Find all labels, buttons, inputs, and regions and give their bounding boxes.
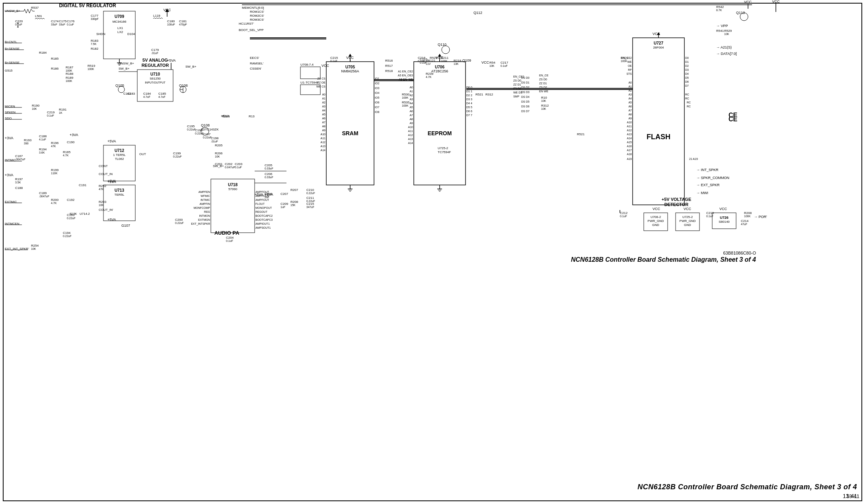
svg-text:R200: R200 bbox=[51, 198, 59, 202]
svg-text:R537: R537 bbox=[31, 6, 39, 10]
svg-text:REG: REG bbox=[204, 210, 210, 213]
svg-text:0.22uF: 0.22uF bbox=[306, 192, 315, 195]
svg-text:B+SENSE: B+SENSE bbox=[5, 61, 19, 64]
svg-text:+5VA: +5VA bbox=[107, 218, 116, 222]
schematic-area: DIGITAL 5V REGULATOR U709 MC34166 VCC R5… bbox=[0, 0, 865, 504]
svg-text:INPUT/OUTPUT: INPUT/OUTPUT bbox=[145, 81, 166, 84]
svg-text:D1 1: D1 1 bbox=[466, 90, 472, 93]
ce-label: CE bbox=[729, 112, 737, 119]
svg-text:.0047uF: .0047uF bbox=[39, 195, 49, 198]
svg-text:R207: R207 bbox=[290, 188, 298, 192]
svg-text:R518: R518 bbox=[385, 69, 393, 73]
svg-text:R208: R208 bbox=[290, 200, 298, 204]
svg-text:10K: 10K bbox=[99, 204, 104, 206]
svg-text:C174: C174 bbox=[51, 19, 59, 23]
svg-text:0.22uF: 0.22uF bbox=[63, 235, 72, 237]
svg-text:SPKEN: SPKEN bbox=[5, 111, 16, 114]
svg-text:IO5: IO5 bbox=[375, 96, 379, 99]
svg-text:DS D7: DS D7 bbox=[521, 110, 530, 113]
svg-text:DS D6: DS D6 bbox=[521, 105, 530, 108]
svg-text:SDO: SDO bbox=[5, 117, 12, 120]
schematic-svg: DIGITAL 5V REGULATOR U709 MC34166 VCC R5… bbox=[0, 0, 865, 504]
svg-text:A1: A1 bbox=[322, 97, 325, 100]
svg-text:C215: C215 bbox=[306, 202, 314, 206]
svg-text:COUT_IN': COUT_IN' bbox=[99, 208, 113, 212]
svg-text:C210: C210 bbox=[306, 188, 314, 192]
svg-text:R517: R517 bbox=[385, 64, 393, 68]
svg-text:B+SENSE: B+SENSE bbox=[5, 47, 19, 51]
svg-text:EEPROM: EEPROM bbox=[428, 130, 452, 136]
svg-text:R184: R184 bbox=[39, 51, 47, 54]
svg-text:3.5K: 3.5K bbox=[15, 181, 21, 184]
svg-text:EXTMIC: EXTMIC bbox=[5, 200, 17, 204]
svg-text:110K: 110K bbox=[51, 172, 58, 175]
svg-text:Q109: Q109 bbox=[462, 58, 471, 62]
svg-text:100K: 100K bbox=[621, 60, 627, 62]
svg-text:D0: D0 bbox=[685, 56, 689, 59]
svg-text:R252: R252 bbox=[99, 184, 107, 188]
svg-text:R205: R205 bbox=[215, 144, 223, 147]
svg-text:4.7uF: 4.7uF bbox=[158, 95, 166, 98]
svg-text:470pF: 470pF bbox=[179, 23, 187, 26]
svg-text:AMPFOUT: AMPFOUT bbox=[255, 198, 269, 201]
svg-text:0.1uF: 0.1uF bbox=[235, 166, 242, 169]
svg-text:U726: U726 bbox=[720, 216, 729, 220]
svg-text:R191: R191 bbox=[59, 108, 67, 111]
svg-text:C180: C180 bbox=[167, 19, 175, 23]
svg-text:A7: A7 bbox=[409, 114, 413, 117]
svg-text:RC: RC bbox=[685, 93, 689, 96]
svg-text:A1: A1 bbox=[409, 90, 413, 93]
svg-text:A17: A17 bbox=[627, 149, 632, 152]
svg-text:MICEN: MICEN bbox=[5, 105, 15, 108]
svg-text:EXT_INTSPKR: EXT_INTSPKR bbox=[191, 222, 210, 226]
svg-text:INTMIC: INTMIC bbox=[5, 158, 16, 162]
svg-text:→ SPKR_COMMON: → SPKR_COMMON bbox=[696, 176, 729, 180]
svg-text:0.1uF: 0.1uF bbox=[501, 64, 508, 67]
svg-text:EN WE: EN WE bbox=[539, 90, 548, 93]
svg-text:13K: 13K bbox=[454, 62, 459, 65]
svg-text:IO2: IO2 bbox=[375, 82, 379, 85]
svg-text:CSSEN': CSSEN' bbox=[250, 67, 262, 70]
svg-text:C181: C181 bbox=[179, 19, 187, 23]
svg-text:100K: 100K bbox=[441, 60, 448, 62]
svg-text:C175: C175 bbox=[59, 19, 67, 23]
svg-text:A0: A0 bbox=[322, 93, 325, 96]
svg-text:47K: 47K bbox=[51, 145, 56, 148]
svg-text:ZS D2: ZS D2 bbox=[539, 86, 547, 89]
svg-text:GND: GND bbox=[684, 223, 691, 227]
svg-text:OE: OE bbox=[628, 64, 632, 67]
svg-text:R188: R188 bbox=[66, 72, 74, 76]
svg-text:D7: D7 bbox=[685, 84, 689, 87]
svg-text:→ POR': → POR' bbox=[754, 215, 767, 219]
svg-text:R193: R193 bbox=[24, 138, 32, 142]
svg-text:ROM2CS': ROM2CS' bbox=[250, 14, 264, 18]
svg-text:VCC: VCC bbox=[744, 0, 752, 4]
svg-text:DS D0: DS D0 bbox=[521, 76, 530, 79]
svg-text:A6: A6 bbox=[628, 105, 632, 108]
svg-text:21 A19: 21 A19 bbox=[689, 158, 698, 160]
svg-text:A0: A0 bbox=[409, 86, 413, 89]
svg-text:A11: A11 bbox=[408, 130, 413, 132]
svg-text:R208: R208 bbox=[744, 211, 752, 215]
svg-text:R312: R312 bbox=[541, 104, 549, 107]
svg-text:U710: U710 bbox=[150, 72, 160, 76]
svg-text:R182: R182 bbox=[91, 47, 99, 51]
svg-text:D104: D104 bbox=[127, 32, 135, 36]
svg-text:A14: A14 bbox=[408, 142, 413, 144]
svg-text:D1: D1 bbox=[685, 60, 689, 63]
svg-text:SRAM: SRAM bbox=[342, 130, 358, 136]
svg-text:R183: R183 bbox=[91, 39, 99, 43]
svg-text:ZZ D1: ZZ D1 bbox=[539, 82, 547, 85]
svg-text:10K: 10K bbox=[31, 247, 36, 250]
svg-text:R521: R521 bbox=[621, 56, 629, 60]
svg-text:A12: A12 bbox=[321, 141, 326, 144]
svg-text:C179: C179 bbox=[151, 48, 159, 52]
svg-text:A18: A18 bbox=[627, 153, 632, 156]
svg-text:A9: A9 bbox=[322, 129, 325, 132]
svg-text:IO6: IO6 bbox=[375, 101, 379, 104]
svg-text:AT28C256: AT28C256 bbox=[431, 69, 448, 73]
svg-text:A5: A5 bbox=[628, 101, 632, 104]
svg-text:15K: 15K bbox=[290, 204, 296, 206]
svg-text:C220: C220 bbox=[15, 19, 23, 23]
svg-text:+5VA: +5VA bbox=[107, 179, 116, 183]
